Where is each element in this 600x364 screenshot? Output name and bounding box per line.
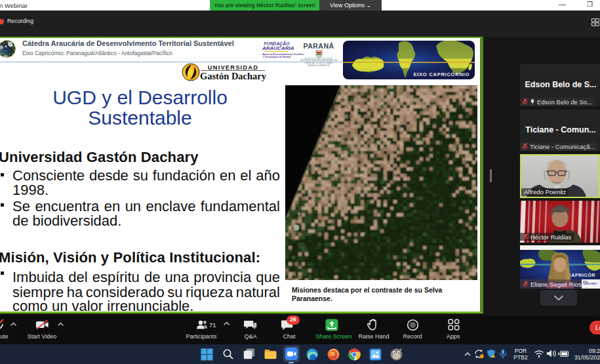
svg-text:CAPRICÓR: CAPRICÓR [568,272,596,277]
svg-text:!: ! [493,355,494,358]
svg-text:EIXO CAPRICÓRNIO: EIXO CAPRICÓRNIO [414,71,470,77]
